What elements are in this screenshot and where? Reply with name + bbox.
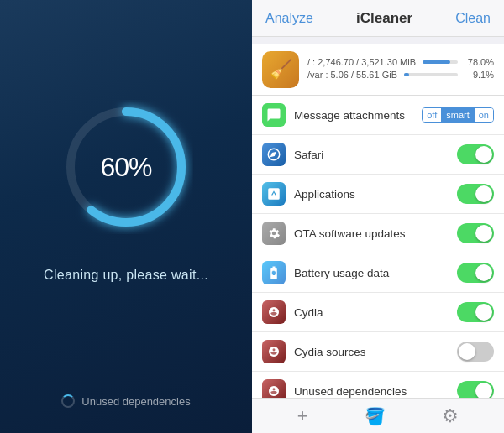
item-label: Battery usage data (294, 267, 449, 279)
left-panel: 60% Cleaning up, please wait... Unused d… (0, 0, 252, 433)
add-button[interactable]: + (297, 405, 308, 427)
list-item: Safari (252, 135, 504, 175)
toggle-switch[interactable] (457, 342, 494, 362)
seg-smart[interactable]: smart (442, 108, 475, 122)
item-label: Cydia sources (294, 346, 449, 358)
analyze-button[interactable]: Analyze (265, 11, 313, 26)
list-item: Cydia (252, 293, 504, 332)
toggle-switch[interactable] (457, 144, 494, 164)
storage-card: 🧹 / : 2,746.70 / 3,521.30 MiB 78.0% /var… (252, 44, 504, 96)
item-label: OTA software updates (294, 227, 449, 240)
storage-info: / : 2,746.70 / 3,521.30 MiB 78.0% /var :… (307, 57, 494, 82)
storage-pct-2: 9.1% (465, 70, 494, 80)
storage-bar-fill-1 (423, 60, 450, 64)
item-label: Safari (294, 149, 449, 161)
storage-pct-1: 78.0% (465, 57, 494, 67)
item-icon (262, 143, 286, 166)
item-icon (262, 340, 286, 363)
storage-row-1: / : 2,746.70 / 3,521.30 MiB 78.0% (307, 57, 494, 67)
item-icon (262, 300, 286, 324)
app-title: iCleaner (356, 10, 412, 27)
item-icon (262, 222, 286, 245)
seg-on[interactable]: on (475, 108, 493, 122)
toggle-switch[interactable] (457, 263, 494, 283)
brush-icon[interactable]: 🪣 (365, 406, 386, 426)
item-icon (262, 261, 286, 284)
toggle-switch[interactable] (457, 302, 494, 322)
list-item: Battery usage data (252, 253, 504, 293)
list-item: Applications (252, 175, 504, 214)
item-label: Applications (294, 188, 449, 201)
item-label: Message attachments (294, 109, 413, 122)
list-item: Message attachmentsoffsmarton (252, 96, 504, 135)
storage-label-2: /var : 5.06 / 55.61 GiB (307, 70, 397, 80)
storage-bar-fill-2 (404, 73, 409, 76)
item-label: Unused dependencies (294, 385, 449, 398)
settings-icon[interactable]: ⚙ (442, 405, 459, 427)
cleaning-status: Cleaning up, please wait... (44, 268, 208, 283)
item-icon (262, 379, 286, 398)
list-item: Unused dependencies (252, 372, 504, 398)
storage-label-1: / : 2,746.70 / 3,521.30 MiB (307, 57, 416, 67)
toggle-switch[interactable] (457, 223, 494, 243)
storage-bar-2 (404, 73, 458, 76)
toggle-switch[interactable] (457, 381, 494, 398)
progress-ring: 60% (59, 100, 193, 234)
right-panel: Analyze iCleaner Clean 🧹 / : 2,746.70 / … (252, 0, 504, 433)
current-task: Unused dependencies (0, 394, 252, 408)
broom-icon: 🧹 (262, 51, 299, 88)
items-list: Message attachmentsoffsmartonSafariAppli… (252, 96, 504, 398)
list-item: Cydia sources (252, 332, 504, 372)
item-icon (262, 103, 286, 127)
seg-control[interactable]: offsmarton (422, 107, 494, 123)
item-icon (262, 182, 286, 206)
seg-off[interactable]: off (423, 108, 442, 122)
bottom-tab-bar: + 🪣 ⚙ (252, 398, 504, 433)
list-item: OTA software updates (252, 214, 504, 253)
top-nav: Analyze iCleaner Clean (252, 0, 504, 37)
progress-percent: 60% (100, 152, 151, 183)
toggle-switch[interactable] (457, 184, 494, 204)
clean-button[interactable]: Clean (455, 11, 491, 26)
spinner-icon (61, 394, 75, 408)
item-label: Cydia (294, 306, 449, 319)
storage-bar-1 (423, 60, 458, 64)
storage-row-2: /var : 5.06 / 55.61 GiB 9.1% (307, 70, 494, 80)
